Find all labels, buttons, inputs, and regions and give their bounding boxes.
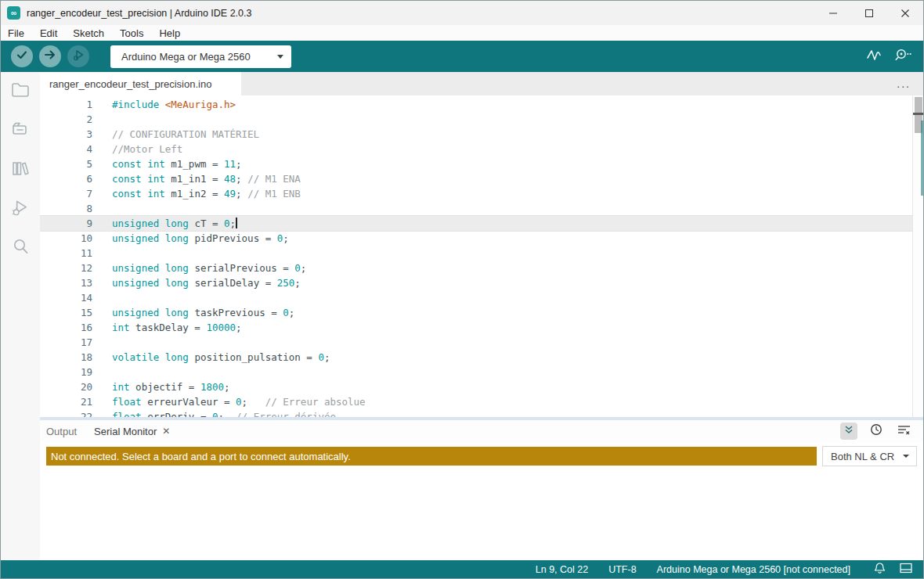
toggle-bottom-panel-icon[interactable] — [900, 563, 912, 577]
editor-tab[interactable]: ranger_encodeur_test_precision.ino — [40, 72, 241, 95]
collapse-panel-button[interactable] — [840, 423, 857, 440]
notifications-bell-icon[interactable] — [874, 562, 886, 577]
code-line[interactable]: 17 — [40, 335, 923, 350]
code-line[interactable]: 18volatile long position_pulsation = 0; — [40, 350, 923, 365]
menu-sketch[interactable]: Sketch — [73, 27, 104, 39]
code-line[interactable]: 2 — [40, 112, 923, 127]
code-line[interactable]: 14 — [40, 290, 923, 305]
scrollbar-current-line-mark — [913, 113, 923, 115]
line-number: 5 — [40, 156, 112, 171]
serial-monitor-icon[interactable] — [893, 47, 912, 66]
code-line[interactable]: 22float errDeriv = 0; // Erreur dérivée — [40, 409, 923, 417]
upload-button[interactable] — [39, 45, 61, 67]
code-line[interactable]: 1#include <MeAuriga.h> — [40, 97, 923, 112]
menu-file[interactable]: File — [8, 27, 24, 39]
line-number: 20 — [40, 379, 112, 394]
cursor-position[interactable]: Ln 9, Col 22 — [536, 564, 588, 575]
more-actions-icon[interactable]: ... — [897, 72, 911, 95]
line-number: 10 — [40, 231, 112, 246]
toolbar: Arduino Mega or Mega 2560 — [1, 41, 923, 72]
line-number: 3 — [40, 127, 112, 142]
bottom-panel: Output Serial Monitor ✕ — [40, 420, 923, 560]
menu-bar: File Edit Sketch Tools Help — [1, 25, 923, 41]
status-bar: Ln 9, Col 22 UTF-8 Arduino Mega or Mega … — [1, 560, 923, 578]
debug-icon — [72, 49, 85, 65]
clock-icon — [870, 423, 882, 439]
code-editor[interactable]: 1#include <MeAuriga.h>23// CONFIGURATION… — [40, 95, 923, 417]
code-line[interactable]: 7const int m1_in2 = 49; // M1 ENB — [40, 186, 923, 201]
chevron-down-icon — [903, 455, 909, 458]
serial-monitor-output[interactable] — [40, 470, 923, 560]
code-line[interactable]: 21float erreurValeur = 0; // Erreur abso… — [40, 394, 923, 409]
line-ending-select[interactable]: Both NL & CR — [822, 446, 917, 466]
menu-tools[interactable]: Tools — [120, 27, 143, 39]
boards-manager-icon[interactable] — [10, 119, 31, 139]
code-line[interactable]: 4//Motor Left — [40, 142, 923, 156]
menu-edit[interactable]: Edit — [40, 27, 57, 39]
line-number: 7 — [40, 186, 112, 201]
tab-serial-monitor[interactable]: Serial Monitor ✕ — [94, 426, 170, 437]
minimize-button[interactable] — [815, 1, 851, 25]
code-line[interactable]: 19 — [40, 365, 923, 379]
line-number: 17 — [40, 335, 112, 350]
chevron-down-icon — [277, 55, 283, 59]
toggle-timestamp-button[interactable] — [868, 423, 885, 440]
line-number: 2 — [40, 112, 112, 127]
line-number: 21 — [40, 394, 112, 409]
code-line[interactable]: 5const int m1_pwm = 11; — [40, 156, 923, 171]
board-selector-label: Arduino Mega or Mega 2560 — [121, 51, 251, 63]
clear-output-button[interactable] — [895, 423, 912, 440]
serial-monitor-tab-label: Serial Monitor — [94, 426, 157, 437]
code-line[interactable]: 20int objectif = 1800; — [40, 379, 923, 394]
activity-sidebar — [1, 72, 40, 560]
line-number: 22 — [40, 409, 112, 417]
window-title: ranger_encodeur_test_precision | Arduino… — [27, 8, 251, 19]
code-line[interactable]: 16int taskDelay = 10000; — [40, 320, 923, 335]
encoding[interactable]: UTF-8 — [608, 564, 636, 575]
verify-button[interactable] — [11, 45, 33, 67]
text-caret — [236, 218, 237, 228]
serial-plotter-icon[interactable] — [865, 47, 882, 66]
editor-tab-label: ranger_encodeur_test_precision.ino — [49, 78, 211, 90]
board-selector[interactable]: Arduino Mega or Mega 2560 — [110, 45, 291, 68]
code-line[interactable]: 11 — [40, 246, 923, 261]
code-line[interactable]: 15unsigned long taskPrevious = 0; — [40, 305, 923, 320]
menu-help[interactable]: Help — [159, 27, 180, 39]
close-button[interactable] — [887, 1, 923, 25]
line-number: 11 — [40, 246, 112, 261]
serial-monitor-controls: Not connected. Select a board and a port… — [40, 442, 923, 470]
debug-sidebar-icon[interactable] — [10, 197, 31, 218]
line-number: 16 — [40, 320, 112, 335]
line-number: 8 — [40, 201, 112, 216]
sketchbook-folder-icon[interactable] — [10, 80, 31, 100]
overview-ruler-mark — [921, 120, 923, 196]
code-line[interactable]: 6const int m1_in1 = 48; // M1 ENA — [40, 171, 923, 186]
line-number: 1 — [40, 97, 112, 112]
library-manager-icon[interactable] — [10, 158, 31, 178]
debug-button — [67, 45, 89, 67]
panel-tab-bar: Output Serial Monitor ✕ — [40, 420, 923, 442]
board-connection-status[interactable]: Arduino Mega or Mega 2560 [not connected… — [657, 564, 850, 575]
code-line[interactable]: 3// CONFIGURATION MATÉRIEL — [40, 127, 923, 142]
code-line[interactable]: 8 — [40, 201, 923, 216]
line-number: 14 — [40, 290, 112, 305]
check-icon — [16, 49, 28, 64]
maximize-button[interactable] — [851, 1, 887, 25]
search-icon[interactable] — [10, 236, 31, 257]
line-number: 6 — [40, 171, 112, 186]
line-number: 12 — [40, 261, 112, 275]
arduino-logo-icon: ∞ — [7, 6, 20, 20]
code-line[interactable]: 13unsigned long serialDelay = 250; — [40, 275, 923, 290]
code-line[interactable]: 10unsigned long pidPrevious = 0; — [40, 231, 923, 246]
double-chevron-down-icon — [843, 424, 854, 438]
code-line[interactable]: 12unsigned long serialPrevious = 0; — [40, 261, 923, 275]
line-number: 18 — [40, 350, 112, 365]
close-tab-icon[interactable]: ✕ — [162, 426, 170, 437]
code-line[interactable]: 9unsigned long cT = 0; — [40, 216, 923, 231]
line-number: 4 — [40, 142, 112, 156]
title-bar: ∞ ranger_encodeur_test_precision | Ardui… — [1, 1, 923, 25]
tab-output[interactable]: Output — [46, 426, 77, 437]
not-connected-banner: Not connected. Select a board and a port… — [46, 447, 817, 466]
editor-tab-bar: ranger_encodeur_test_precision.ino ... — [40, 72, 923, 95]
line-number: 15 — [40, 305, 112, 320]
